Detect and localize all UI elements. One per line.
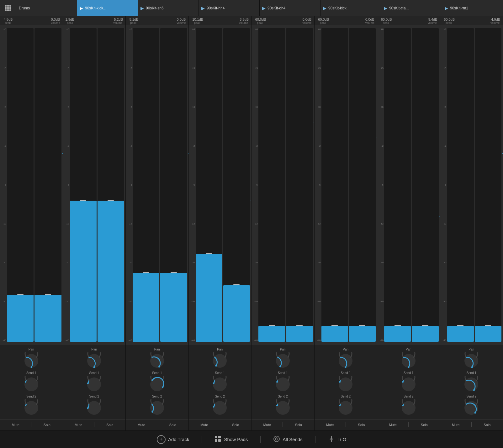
fader-0[interactable] (7, 28, 34, 342)
send1-knob[interactable] (463, 376, 480, 393)
scale-label: +3 (127, 67, 132, 70)
faders-group[interactable] (258, 28, 313, 342)
send1-knob[interactable] (274, 376, 291, 393)
fader-area: +6+3+0-2-6-12-20-30-40 (63, 25, 126, 345)
fader-0[interactable] (70, 28, 97, 342)
fader-thumb[interactable] (422, 325, 428, 326)
fader-1[interactable] (160, 28, 187, 342)
fader-1[interactable] (34, 28, 61, 342)
fader-thumb[interactable] (206, 253, 212, 254)
fader-thumb[interactable] (485, 325, 491, 326)
pan-knob[interactable] (149, 352, 166, 369)
send2-knob[interactable] (149, 399, 166, 416)
mute-button[interactable]: Mute (63, 422, 94, 428)
channel-header-label: 90sKit-hh4 (207, 6, 225, 10)
channel-header-ch5[interactable]: ▶ 90sKit-kick... (320, 0, 381, 16)
pan-knob[interactable] (337, 352, 354, 369)
fader-1[interactable] (223, 28, 250, 342)
send1-knob[interactable] (337, 376, 354, 393)
send2-knob[interactable] (86, 399, 103, 416)
fader-0[interactable] (321, 28, 348, 342)
fader-0[interactable] (258, 28, 285, 342)
solo-button[interactable]: Solo (94, 422, 125, 428)
fader-thumb[interactable] (143, 272, 149, 273)
send2-knob[interactable] (23, 399, 40, 416)
channel-header-ch0[interactable]: Drums (16, 0, 77, 16)
svg-point-43 (339, 401, 352, 415)
fader-thumb[interactable] (359, 325, 365, 326)
fader-1[interactable] (286, 28, 313, 342)
mute-button[interactable]: Mute (126, 422, 157, 428)
solo-button[interactable]: Solo (346, 422, 377, 428)
fader-thumb[interactable] (171, 272, 177, 273)
channel-header-ch4[interactable]: ▶ 90sKit-oh4 (260, 0, 320, 16)
fader-thumb[interactable] (108, 200, 114, 201)
fader-0[interactable] (133, 28, 159, 342)
solo-button[interactable]: Solo (409, 422, 440, 428)
solo-button[interactable]: Solo (472, 422, 503, 428)
show-pads-button[interactable]: Show Pads (214, 435, 248, 443)
faders-group[interactable] (70, 28, 124, 342)
all-sends-button[interactable]: All Sends (273, 435, 302, 443)
send1-knob[interactable] (211, 376, 228, 393)
send2-knob[interactable] (400, 399, 417, 416)
send2-knob[interactable] (463, 399, 480, 416)
pan-knob[interactable] (86, 352, 103, 369)
solo-button[interactable]: Solo (283, 422, 314, 428)
channel-header-ch1[interactable]: ▶ 90sKit-kick... (77, 0, 138, 16)
fader-1[interactable] (98, 28, 124, 342)
peak-value: -5.1dB (128, 18, 138, 21)
faders-group[interactable] (321, 28, 376, 342)
solo-button[interactable]: Solo (31, 422, 62, 428)
send1-knob[interactable] (149, 376, 166, 393)
send2-knob[interactable] (211, 399, 228, 416)
io-button[interactable]: I / O (328, 435, 346, 443)
faders-group[interactable] (133, 28, 187, 342)
mute-button[interactable]: Mute (377, 422, 408, 428)
fader-thumb[interactable] (233, 284, 240, 285)
fader-thumb[interactable] (457, 325, 463, 326)
fader-1[interactable] (349, 28, 376, 342)
faders-group[interactable] (384, 28, 439, 342)
fader-thumb[interactable] (45, 294, 51, 295)
mute-button[interactable]: Mute (315, 422, 346, 428)
grid-icon-cell[interactable] (0, 0, 16, 16)
send2-knob[interactable] (337, 399, 354, 416)
faders-group[interactable] (7, 28, 61, 342)
mute-button[interactable]: Mute (440, 422, 471, 428)
fader-thumb[interactable] (296, 325, 303, 326)
channel-header-ch6[interactable]: ▶ 90sKit-cla... (381, 0, 442, 16)
fader-thumb[interactable] (394, 325, 401, 326)
solo-button[interactable]: Solo (157, 422, 188, 428)
send1-knob[interactable] (400, 376, 417, 393)
fader-1[interactable] (475, 28, 501, 342)
fader-0[interactable] (447, 28, 474, 342)
fader-thumb[interactable] (17, 294, 24, 295)
fader-thumb[interactable] (331, 325, 338, 326)
fader-thumb[interactable] (80, 200, 86, 201)
send2-knob[interactable] (274, 399, 291, 416)
faders-group[interactable] (196, 28, 250, 342)
pan-knob[interactable] (211, 352, 228, 369)
channel-header-ch3[interactable]: ▶ 90sKit-hh4 (199, 0, 260, 16)
fader-0[interactable] (196, 28, 222, 342)
solo-button[interactable]: Solo (220, 422, 251, 428)
io-label: I / O (337, 437, 346, 442)
pan-knob[interactable] (23, 352, 40, 369)
pan-knob[interactable] (274, 352, 291, 369)
fader-thumb[interactable] (269, 325, 275, 326)
fader-0[interactable] (384, 28, 411, 342)
mute-button[interactable]: Mute (0, 422, 31, 428)
send1-knob[interactable] (23, 376, 40, 393)
add-track-button[interactable]: + Add Track (157, 435, 189, 444)
fader-1[interactable] (412, 28, 438, 342)
svg-point-45 (402, 354, 416, 368)
channel-header-ch2[interactable]: ▶ 90sKit-sn6 (138, 0, 199, 16)
pan-knob[interactable] (400, 352, 417, 369)
faders-group[interactable] (447, 28, 502, 342)
send1-knob[interactable] (86, 376, 103, 393)
mute-button[interactable]: Mute (189, 422, 220, 428)
mute-button[interactable]: Mute (251, 422, 283, 428)
channel-header-ch7[interactable]: ▶ 90sKit-rm1 (442, 0, 503, 16)
pan-knob[interactable] (463, 352, 480, 369)
